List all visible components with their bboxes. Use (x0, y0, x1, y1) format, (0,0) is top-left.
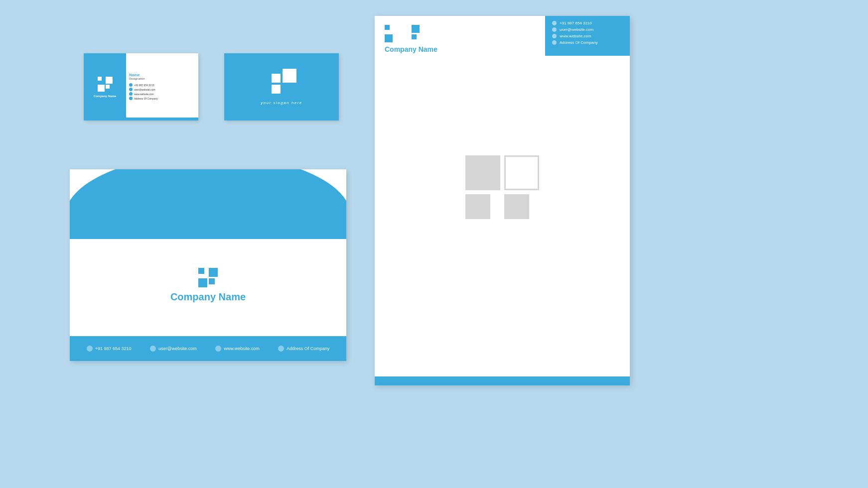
lh-email: user@website.com (560, 27, 593, 32)
bc-bottom-bar (126, 118, 198, 121)
lh-logo-grid (385, 25, 437, 42)
env-sq-3 (198, 278, 207, 287)
back-logo-sq-2 (272, 85, 281, 94)
bc-website: www.website.com (134, 93, 154, 96)
lh-phone: +91 987 654 3210 (560, 21, 592, 25)
back-logo-sq-3 (283, 69, 296, 83)
lh-phone-icon (552, 21, 557, 25)
env-email: user@website.com (158, 346, 197, 351)
lh-logo-area: Company Name (375, 16, 447, 63)
bc-address-row: Address Of Company (129, 97, 195, 100)
bc-left-panel: Company Name (84, 53, 126, 121)
envelope-footer: +91 987 654 3210 user@website.com www.we… (70, 336, 346, 361)
bc-website-row: www.website.com (129, 92, 195, 96)
lh-address-icon (552, 40, 557, 45)
env-sq-1 (198, 268, 204, 274)
lh-center-area (375, 63, 630, 312)
lh-web-icon (552, 34, 557, 38)
logo-sq-1 (98, 77, 102, 81)
lh-header: Company Name +91 987 654 3210 user@websi… (375, 16, 630, 63)
lh-center-sq-3 (465, 194, 490, 219)
envelope: Company Name +91 987 654 3210 user@websi… (70, 169, 346, 361)
bc-phone: +91 987 654 3210 (134, 84, 154, 87)
lh-phone-row: +91 987 654 3210 (552, 21, 623, 25)
env-address: Address Of Company (287, 346, 329, 351)
envelope-flap-bg (70, 169, 346, 239)
lh-footer (375, 376, 630, 385)
phone-icon (129, 83, 133, 87)
lh-email-row: user@website.com (552, 27, 623, 32)
bc-logo-grid (98, 77, 113, 92)
envelope-flap (70, 169, 346, 239)
bc-email-row: user@website.com (129, 88, 195, 91)
envelope-body: Company Name (70, 234, 346, 336)
env-email-icon (150, 346, 156, 352)
env-sq-2 (209, 268, 218, 277)
logo-sq-4 (106, 85, 110, 89)
lh-sq-1 (385, 25, 390, 30)
lh-sq-4 (412, 34, 417, 39)
bc-back-logo (267, 69, 296, 94)
env-web-icon (215, 346, 221, 352)
lh-website-row: www.website.com (552, 34, 623, 38)
bc-address: Address Of Company (134, 97, 158, 100)
env-sq-4 (209, 278, 215, 284)
lh-center-sq-4 (504, 194, 529, 219)
env-address-icon (278, 346, 284, 352)
lh-sq-2 (412, 25, 420, 33)
business-card-back: your slogan here (224, 53, 339, 121)
bc-left-company: Company Name (94, 95, 116, 98)
address-icon (129, 97, 133, 100)
lh-address-row: Address Of Company (552, 40, 623, 45)
env-logo-grid (198, 268, 218, 287)
logo-sq-3 (98, 85, 105, 92)
lh-center-sq-2 (504, 155, 539, 190)
bc-designation: Designation (129, 77, 195, 80)
email-icon (129, 88, 133, 91)
web-icon (129, 92, 133, 96)
lh-sq-3 (385, 34, 393, 42)
lh-email-icon (552, 27, 557, 32)
env-email-item: user@website.com (150, 346, 197, 352)
bc-slogan: your slogan here (261, 101, 302, 105)
bc-name: Name (129, 73, 195, 77)
bc-right-panel: Name Designation +91 987 654 3210 user@w… (126, 53, 198, 121)
letterhead: Company Name +91 987 654 3210 user@websi… (375, 16, 630, 385)
business-card-front: Company Name Name Designation +91 987 65… (84, 53, 198, 121)
lh-company-name: Company Name (385, 45, 437, 53)
lh-center-sq-1 (465, 155, 500, 190)
env-address-item: Address Of Company (278, 346, 329, 352)
bc-phone-row: +91 987 654 3210 (129, 83, 195, 87)
env-phone: +91 987 654 3210 (95, 346, 132, 351)
env-website-item: www.website.com (215, 346, 260, 352)
lh-contact-panel: +91 987 654 3210 user@website.com www.we… (545, 16, 630, 56)
lh-website: www.website.com (560, 34, 591, 38)
env-website: www.website.com (224, 346, 260, 351)
env-phone-icon (87, 346, 93, 352)
back-logo-sq-1 (272, 74, 281, 83)
env-company-name: Company Name (170, 291, 246, 303)
logo-sq-2 (106, 77, 113, 84)
lh-center-logo (465, 155, 539, 219)
lh-address: Address Of Company (560, 40, 597, 45)
bc-email: user@website.com (134, 88, 155, 91)
env-phone-item: +91 987 654 3210 (87, 346, 132, 352)
